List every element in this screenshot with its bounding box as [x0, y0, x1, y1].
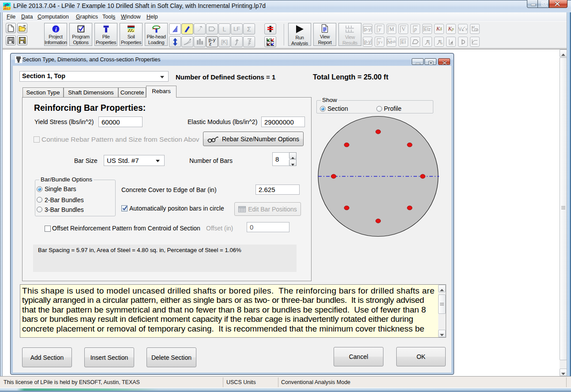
svg-text:y: y: [428, 42, 430, 45]
svg-text:2017: 2017: [3, 7, 11, 10]
svg-text:M: M: [472, 26, 475, 29]
svg-text:m: m: [440, 42, 443, 45]
